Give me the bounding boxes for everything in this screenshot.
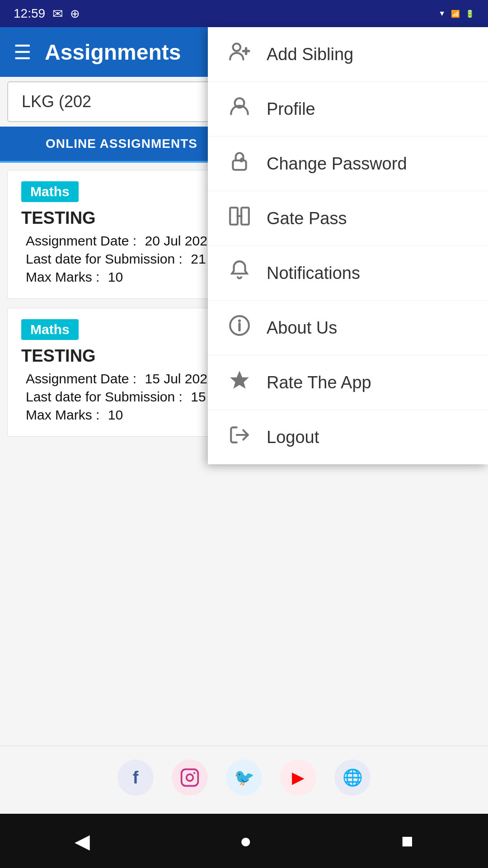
navigation-bar: ◀ ● ■ xyxy=(0,814,488,868)
person-add-icon xyxy=(226,41,253,68)
social-links: f 🐦 ▶ 🌐 xyxy=(0,745,488,796)
vpn-icon: ⊕ xyxy=(70,7,80,21)
menu-item-profile[interactable]: Profile xyxy=(208,82,488,137)
recents-button[interactable]: ■ xyxy=(401,830,413,852)
status-bar: 12:59 ✉ ⊕ ▼ 📶 🔋 xyxy=(0,0,488,27)
menu-label-notifications: Notifications xyxy=(267,264,360,283)
bell-icon xyxy=(226,259,253,287)
menu-item-gate-pass[interactable]: Gate Pass xyxy=(208,191,488,246)
status-icons: ▼ 📶 🔋 xyxy=(438,9,474,18)
facebook-button[interactable]: f xyxy=(117,760,154,796)
menu-label-about-us: About Us xyxy=(267,318,337,338)
menu-item-logout[interactable]: Logout xyxy=(208,410,488,464)
status-time: 12:59 xyxy=(14,6,45,21)
gate-icon xyxy=(226,205,253,232)
svg-rect-10 xyxy=(230,208,238,225)
dropdown-menu: Add Sibling Profile Change Password xyxy=(208,27,488,464)
menu-item-change-password[interactable]: Change Password xyxy=(208,137,488,191)
menu-label-logout: Logout xyxy=(267,428,319,447)
menu-label-add-sibling: Add Sibling xyxy=(267,45,353,64)
instagram-icon xyxy=(180,768,200,788)
youtube-button[interactable]: ▶ xyxy=(280,760,316,796)
signal-icon: 📶 xyxy=(451,9,460,18)
lock-icon xyxy=(226,150,253,177)
tab-online-assignments[interactable]: ONLINE ASSIGNMENTS xyxy=(0,127,243,163)
class-value: LKG (202 xyxy=(22,92,91,111)
wifi-icon: ▼ xyxy=(438,9,446,18)
menu-item-about-us[interactable]: About Us xyxy=(208,301,488,355)
star-icon xyxy=(226,369,253,396)
svg-point-17 xyxy=(238,319,241,322)
svg-rect-0 xyxy=(182,769,198,786)
svg-point-3 xyxy=(233,43,240,51)
logout-icon xyxy=(226,424,253,451)
svg-marker-18 xyxy=(230,371,249,389)
svg-point-2 xyxy=(193,772,195,774)
svg-point-1 xyxy=(187,774,193,781)
twitter-button[interactable]: 🐦 xyxy=(226,760,262,796)
svg-point-13 xyxy=(236,215,239,217)
menu-label-gate-pass: Gate Pass xyxy=(267,209,347,228)
menu-item-rate-the-app[interactable]: Rate The App xyxy=(208,355,488,410)
instagram-button[interactable] xyxy=(172,760,208,796)
menu-item-add-sibling[interactable]: Add Sibling xyxy=(208,27,488,82)
menu-label-rate-the-app: Rate The App xyxy=(267,373,371,392)
svg-rect-11 xyxy=(241,208,249,225)
person-icon xyxy=(226,95,253,123)
home-button[interactable]: ● xyxy=(239,830,252,852)
menu-label-profile: Profile xyxy=(267,99,315,119)
battery-icon: 🔋 xyxy=(465,9,474,18)
hamburger-menu[interactable]: ☰ xyxy=(14,41,31,64)
info-icon xyxy=(226,314,253,341)
email-icon: ✉ xyxy=(52,6,63,21)
back-button[interactable]: ◀ xyxy=(75,830,90,853)
menu-label-change-password: Change Password xyxy=(267,154,407,174)
svg-rect-7 xyxy=(233,160,246,170)
svg-point-14 xyxy=(240,215,243,217)
subject-badge-2: Maths xyxy=(21,319,79,340)
menu-item-notifications[interactable]: Notifications xyxy=(208,246,488,301)
website-button[interactable]: 🌐 xyxy=(334,760,371,796)
subject-badge-1: Maths xyxy=(21,181,79,202)
